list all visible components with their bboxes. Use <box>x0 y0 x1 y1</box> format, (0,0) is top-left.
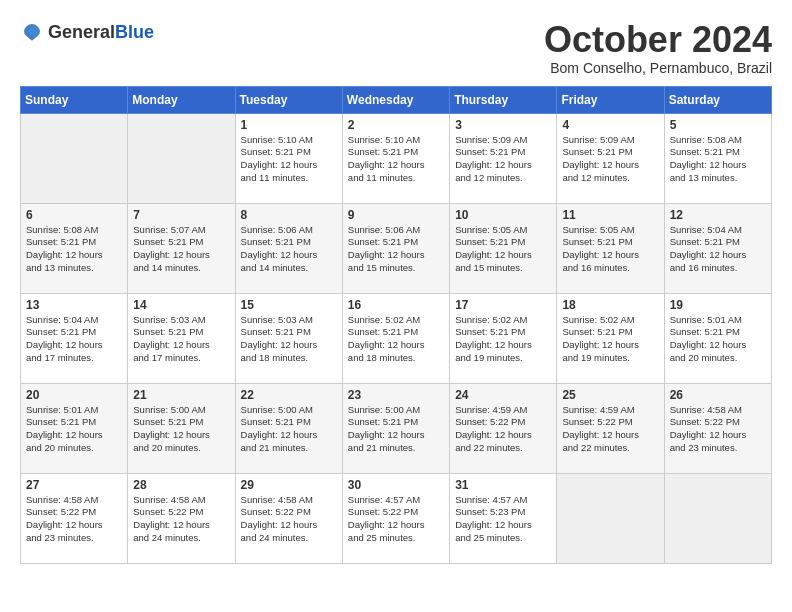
calendar-cell: 16Sunrise: 5:02 AM Sunset: 5:21 PM Dayli… <box>342 293 449 383</box>
day-number: 6 <box>26 208 122 222</box>
day-info: Sunrise: 5:05 AM Sunset: 5:21 PM Dayligh… <box>455 224 551 275</box>
day-number: 26 <box>670 388 766 402</box>
calendar-cell: 7Sunrise: 5:07 AM Sunset: 5:21 PM Daylig… <box>128 203 235 293</box>
day-info: Sunrise: 4:57 AM Sunset: 5:22 PM Dayligh… <box>348 494 444 545</box>
day-info: Sunrise: 5:01 AM Sunset: 5:21 PM Dayligh… <box>670 314 766 365</box>
day-number: 21 <box>133 388 229 402</box>
weekday-header-monday: Monday <box>128 86 235 113</box>
day-info: Sunrise: 5:06 AM Sunset: 5:21 PM Dayligh… <box>348 224 444 275</box>
day-info: Sunrise: 4:58 AM Sunset: 5:22 PM Dayligh… <box>241 494 337 545</box>
day-info: Sunrise: 5:09 AM Sunset: 5:21 PM Dayligh… <box>562 134 658 185</box>
calendar-cell <box>664 473 771 563</box>
logo: GeneralBlue <box>20 20 154 44</box>
day-info: Sunrise: 5:03 AM Sunset: 5:21 PM Dayligh… <box>133 314 229 365</box>
calendar-cell: 23Sunrise: 5:00 AM Sunset: 5:21 PM Dayli… <box>342 383 449 473</box>
day-info: Sunrise: 5:10 AM Sunset: 5:21 PM Dayligh… <box>348 134 444 185</box>
day-number: 28 <box>133 478 229 492</box>
calendar-cell: 18Sunrise: 5:02 AM Sunset: 5:21 PM Dayli… <box>557 293 664 383</box>
calendar-cell: 10Sunrise: 5:05 AM Sunset: 5:21 PM Dayli… <box>450 203 557 293</box>
weekday-header-friday: Friday <box>557 86 664 113</box>
calendar-cell: 28Sunrise: 4:58 AM Sunset: 5:22 PM Dayli… <box>128 473 235 563</box>
calendar-cell: 2Sunrise: 5:10 AM Sunset: 5:21 PM Daylig… <box>342 113 449 203</box>
page-header: GeneralBlue October 2024 Bom Conselho, P… <box>20 20 772 76</box>
day-info: Sunrise: 5:08 AM Sunset: 5:21 PM Dayligh… <box>670 134 766 185</box>
day-number: 31 <box>455 478 551 492</box>
day-info: Sunrise: 4:58 AM Sunset: 5:22 PM Dayligh… <box>670 404 766 455</box>
day-info: Sunrise: 5:08 AM Sunset: 5:21 PM Dayligh… <box>26 224 122 275</box>
weekday-header-row: SundayMondayTuesdayWednesdayThursdayFrid… <box>21 86 772 113</box>
day-info: Sunrise: 5:02 AM Sunset: 5:21 PM Dayligh… <box>348 314 444 365</box>
day-number: 13 <box>26 298 122 312</box>
day-info: Sunrise: 5:02 AM Sunset: 5:21 PM Dayligh… <box>455 314 551 365</box>
calendar-cell: 27Sunrise: 4:58 AM Sunset: 5:22 PM Dayli… <box>21 473 128 563</box>
day-number: 24 <box>455 388 551 402</box>
day-info: Sunrise: 5:02 AM Sunset: 5:21 PM Dayligh… <box>562 314 658 365</box>
logo-icon <box>20 20 44 44</box>
calendar-week-row: 1Sunrise: 5:10 AM Sunset: 5:21 PM Daylig… <box>21 113 772 203</box>
day-number: 9 <box>348 208 444 222</box>
logo-general: General <box>48 22 115 42</box>
calendar-cell: 22Sunrise: 5:00 AM Sunset: 5:21 PM Dayli… <box>235 383 342 473</box>
calendar-cell: 20Sunrise: 5:01 AM Sunset: 5:21 PM Dayli… <box>21 383 128 473</box>
calendar-cell: 13Sunrise: 5:04 AM Sunset: 5:21 PM Dayli… <box>21 293 128 383</box>
day-number: 1 <box>241 118 337 132</box>
calendar-cell: 3Sunrise: 5:09 AM Sunset: 5:21 PM Daylig… <box>450 113 557 203</box>
day-number: 10 <box>455 208 551 222</box>
calendar-cell: 8Sunrise: 5:06 AM Sunset: 5:21 PM Daylig… <box>235 203 342 293</box>
calendar-table: SundayMondayTuesdayWednesdayThursdayFrid… <box>20 86 772 564</box>
day-info: Sunrise: 5:00 AM Sunset: 5:21 PM Dayligh… <box>133 404 229 455</box>
day-number: 11 <box>562 208 658 222</box>
calendar-week-row: 6Sunrise: 5:08 AM Sunset: 5:21 PM Daylig… <box>21 203 772 293</box>
calendar-cell: 6Sunrise: 5:08 AM Sunset: 5:21 PM Daylig… <box>21 203 128 293</box>
day-number: 29 <box>241 478 337 492</box>
day-info: Sunrise: 4:58 AM Sunset: 5:22 PM Dayligh… <box>133 494 229 545</box>
calendar-cell: 15Sunrise: 5:03 AM Sunset: 5:21 PM Dayli… <box>235 293 342 383</box>
calendar-cell: 12Sunrise: 5:04 AM Sunset: 5:21 PM Dayli… <box>664 203 771 293</box>
calendar-cell: 5Sunrise: 5:08 AM Sunset: 5:21 PM Daylig… <box>664 113 771 203</box>
day-number: 16 <box>348 298 444 312</box>
title-block: October 2024 Bom Conselho, Pernambuco, B… <box>544 20 772 76</box>
calendar-cell: 25Sunrise: 4:59 AM Sunset: 5:22 PM Dayli… <box>557 383 664 473</box>
calendar-cell: 30Sunrise: 4:57 AM Sunset: 5:22 PM Dayli… <box>342 473 449 563</box>
calendar-cell <box>21 113 128 203</box>
day-number: 5 <box>670 118 766 132</box>
calendar-cell: 1Sunrise: 5:10 AM Sunset: 5:21 PM Daylig… <box>235 113 342 203</box>
logo-text: GeneralBlue <box>48 22 154 43</box>
day-info: Sunrise: 5:09 AM Sunset: 5:21 PM Dayligh… <box>455 134 551 185</box>
day-info: Sunrise: 4:58 AM Sunset: 5:22 PM Dayligh… <box>26 494 122 545</box>
weekday-header-thursday: Thursday <box>450 86 557 113</box>
day-info: Sunrise: 5:00 AM Sunset: 5:21 PM Dayligh… <box>348 404 444 455</box>
day-info: Sunrise: 5:00 AM Sunset: 5:21 PM Dayligh… <box>241 404 337 455</box>
day-number: 30 <box>348 478 444 492</box>
day-number: 27 <box>26 478 122 492</box>
weekday-header-tuesday: Tuesday <box>235 86 342 113</box>
day-info: Sunrise: 5:10 AM Sunset: 5:21 PM Dayligh… <box>241 134 337 185</box>
day-number: 3 <box>455 118 551 132</box>
calendar-cell: 9Sunrise: 5:06 AM Sunset: 5:21 PM Daylig… <box>342 203 449 293</box>
day-info: Sunrise: 5:04 AM Sunset: 5:21 PM Dayligh… <box>670 224 766 275</box>
day-number: 18 <box>562 298 658 312</box>
calendar-week-row: 13Sunrise: 5:04 AM Sunset: 5:21 PM Dayli… <box>21 293 772 383</box>
day-number: 8 <box>241 208 337 222</box>
calendar-cell: 4Sunrise: 5:09 AM Sunset: 5:21 PM Daylig… <box>557 113 664 203</box>
day-info: Sunrise: 5:01 AM Sunset: 5:21 PM Dayligh… <box>26 404 122 455</box>
day-info: Sunrise: 4:57 AM Sunset: 5:23 PM Dayligh… <box>455 494 551 545</box>
calendar-cell: 11Sunrise: 5:05 AM Sunset: 5:21 PM Dayli… <box>557 203 664 293</box>
day-info: Sunrise: 5:04 AM Sunset: 5:21 PM Dayligh… <box>26 314 122 365</box>
calendar-cell: 31Sunrise: 4:57 AM Sunset: 5:23 PM Dayli… <box>450 473 557 563</box>
day-number: 19 <box>670 298 766 312</box>
day-number: 23 <box>348 388 444 402</box>
weekday-header-sunday: Sunday <box>21 86 128 113</box>
day-info: Sunrise: 5:07 AM Sunset: 5:21 PM Dayligh… <box>133 224 229 275</box>
month-title: October 2024 <box>544 20 772 60</box>
calendar-cell: 19Sunrise: 5:01 AM Sunset: 5:21 PM Dayli… <box>664 293 771 383</box>
day-number: 17 <box>455 298 551 312</box>
day-number: 4 <box>562 118 658 132</box>
day-info: Sunrise: 4:59 AM Sunset: 5:22 PM Dayligh… <box>455 404 551 455</box>
calendar-cell: 29Sunrise: 4:58 AM Sunset: 5:22 PM Dayli… <box>235 473 342 563</box>
day-info: Sunrise: 4:59 AM Sunset: 5:22 PM Dayligh… <box>562 404 658 455</box>
day-number: 22 <box>241 388 337 402</box>
calendar-week-row: 27Sunrise: 4:58 AM Sunset: 5:22 PM Dayli… <box>21 473 772 563</box>
day-number: 2 <box>348 118 444 132</box>
calendar-cell <box>128 113 235 203</box>
